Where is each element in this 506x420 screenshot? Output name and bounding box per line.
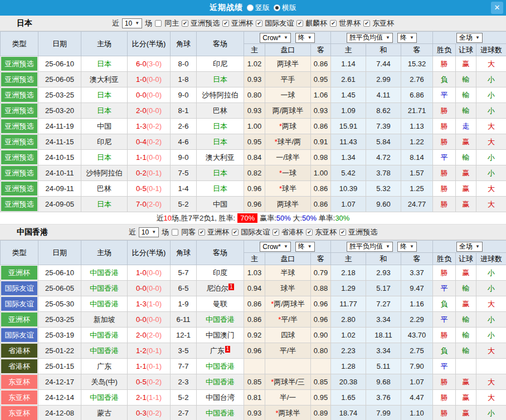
fullmatch-group-header: 全场▼ — [433, 32, 506, 44]
competition-checkbox[interactable]: ✔ — [222, 20, 229, 27]
competition-checkbox[interactable]: ✔ — [273, 229, 279, 236]
summary-segment: 30% — [335, 214, 349, 222]
avg-draw-cell: 3.34 — [366, 312, 401, 328]
radio-checked-icon[interactable] — [274, 4, 280, 11]
score-cell: 1-3(1-0) — [128, 296, 171, 312]
competition-checkbox[interactable]: ✔ — [256, 20, 262, 27]
home-team-cell: 中国香港 — [81, 390, 128, 406]
competition-checkbox[interactable]: ✔ — [182, 20, 188, 27]
competition-label: 国际友谊 — [241, 227, 270, 237]
crow-home-odds: 1.02 — [244, 56, 265, 72]
competition-checkbox[interactable]: ✔ — [232, 229, 239, 236]
crow-home-odds: 0.93 — [244, 72, 265, 87]
summary-segment: 单率: — [317, 213, 335, 223]
result-handicap-cell: 輸 — [456, 150, 476, 165]
crow-away-odds: 0.79 — [311, 265, 331, 281]
corner-cell: 2-7 — [171, 406, 197, 420]
subcol-wdl: 胜负 — [433, 44, 456, 56]
crow-away-odds: 0.86 — [311, 119, 331, 134]
bookmaker-select[interactable]: Crow*▼ — [260, 33, 291, 43]
result-wdl-cell: 平 — [433, 359, 456, 374]
home-team-cell: 日本 — [81, 150, 128, 165]
final-odds-select[interactable]: 终▼ — [295, 33, 315, 43]
wdl-average-select[interactable]: 胜平负均值▼ — [347, 33, 393, 43]
result-wdl-cell: 勝 — [433, 197, 456, 212]
avg-draw-cell: 18.11 — [366, 328, 401, 343]
radio-vertical-label: 竖版 — [255, 3, 270, 13]
result-wdl-cell: 勝 — [433, 134, 456, 150]
avg-away-cell: 1.22 — [401, 134, 433, 150]
subcol-handicap-result: 让球 — [456, 253, 476, 265]
fullmatch-select[interactable]: 全场▼ — [456, 242, 483, 252]
page-title: 近期战绩 — [210, 3, 243, 13]
away-team-cell: 澳大利亚 — [197, 150, 244, 165]
away-team-cell: 印尼 — [197, 56, 244, 72]
avg-home-cell: 20.38 — [331, 374, 366, 390]
handicap-cell: *两球 — [265, 119, 311, 134]
competition-checkbox[interactable]: ✔ — [330, 20, 337, 27]
corner-cell: 2-3 — [171, 374, 197, 390]
avg-draw-cell: 7.44 — [366, 56, 401, 72]
subcol-wdl: 胜负 — [433, 253, 456, 265]
table-row: 亚洲预选25-03-20日本2-0(0-0)8-1巴林0.93两/两球半0.93… — [1, 103, 506, 119]
home-team-cell: 印尼 — [81, 134, 128, 150]
fullmatch-select[interactable]: 全场▼ — [456, 33, 483, 43]
corner-cell: 2-6 — [171, 119, 197, 134]
table-row: 亚洲预选24-11-15印尼0-4(0-2)4-6日本0.95*球半/两0.91… — [1, 134, 506, 150]
result-wdl-cell: 勝 — [433, 165, 456, 181]
competition-checkbox[interactable]: ✔ — [198, 229, 205, 236]
col-type: 类型 — [1, 32, 38, 56]
home-team-cell: 中国 — [81, 119, 128, 134]
match-count-select[interactable]: 10▼ — [139, 227, 159, 237]
result-wdl-cell: 勝 — [433, 56, 456, 72]
match-count-select[interactable]: 10▼ — [122, 18, 142, 28]
competition-checkbox[interactable]: ✔ — [306, 229, 313, 236]
bookmaker-select[interactable]: Crow*▼ — [260, 242, 291, 252]
col-away: 客场 — [197, 241, 244, 265]
crow-away-odds: 0.96 — [311, 296, 331, 312]
radio-icon[interactable] — [247, 4, 254, 11]
radio-vertical-layout[interactable]: 竖版 — [247, 3, 270, 13]
competition-checkbox[interactable]: ✔ — [296, 20, 303, 27]
col-home: 主场 — [81, 32, 128, 56]
crow-away-odds: 0.90 — [311, 328, 331, 343]
final-odds-select[interactable]: 终▼ — [397, 33, 417, 43]
away-team-cell: 巴林 — [197, 103, 244, 119]
summary-segment: 50% — [276, 214, 291, 222]
same-venue-checkbox[interactable] — [172, 229, 178, 236]
competition-checkbox[interactable]: ✔ — [339, 229, 346, 236]
section-header-japan: 日本 近10▼场同主✔亚洲预选✔亚洲杯✔国际友谊✔麒麟杯✔世界杯✔东亚杯 — [0, 16, 506, 31]
same-venue-checkbox[interactable] — [155, 20, 162, 27]
date-cell: 24-10-11 — [38, 165, 81, 181]
result-goals-cell: 大 — [476, 119, 506, 134]
result-wdl-cell: 負 — [433, 343, 456, 359]
away-team-cell: 尼泊尔1 — [197, 281, 244, 296]
type-badge: 东亚杯 — [1, 390, 38, 406]
type-badge: 亚洲预选 — [1, 150, 38, 165]
score-cell: 1-1(0-1) — [128, 359, 171, 374]
away-team-cell: 中国台湾 — [197, 390, 244, 406]
score-cell: 0-5(0-2) — [128, 374, 171, 390]
crow-away-odds: 0.88 — [311, 281, 331, 296]
result-goals-cell: 大 — [476, 134, 506, 150]
result-handicap-cell: 走 — [456, 119, 476, 134]
final-odds-select[interactable]: 终▼ — [397, 242, 417, 252]
avg-draw-cell: 5.17 — [366, 281, 401, 296]
odds-group-header: Crow*▼ 终▼ — [244, 32, 331, 44]
radio-horizontal-layout[interactable]: 横版 — [274, 3, 296, 13]
matches-label: 场 — [162, 227, 169, 237]
corner-cell: 7-5 — [171, 165, 197, 181]
competition-checkbox[interactable]: ✔ — [363, 20, 370, 27]
close-icon[interactable]: ✕ — [491, 2, 503, 14]
avg-away-cell: 1.16 — [401, 296, 433, 312]
wdl-average-select[interactable]: 胜平负均值▼ — [347, 242, 393, 252]
date-cell: 25-03-20 — [38, 103, 81, 119]
chevron-down-icon: ▼ — [410, 35, 414, 40]
score-cell: 1-3(0-2) — [128, 119, 171, 134]
result-handicap-cell: 赢 — [456, 134, 476, 150]
avg-home-cell: 1.65 — [331, 390, 366, 406]
result-handicap-cell: 輸 — [456, 87, 476, 103]
chevron-down-icon: ▼ — [386, 35, 390, 40]
crow-away-odds: 0.98 — [311, 150, 331, 165]
final-odds-select[interactable]: 终▼ — [295, 242, 315, 252]
